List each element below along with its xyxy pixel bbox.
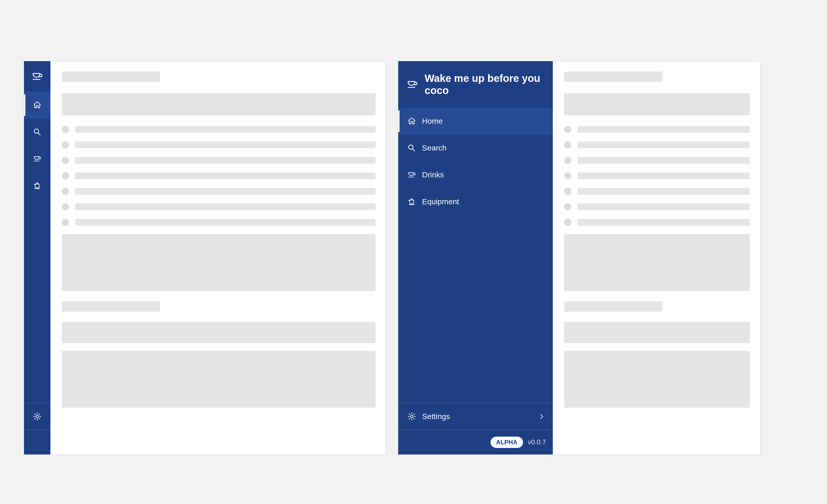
app-window-expanded: Wake me up before you coco Home Search [398, 61, 760, 455]
gear-icon [407, 412, 416, 421]
placeholder-block [62, 234, 376, 291]
sidebar-footer-spacer [24, 430, 50, 454]
content-area [553, 61, 760, 454]
search-icon [33, 127, 42, 136]
placeholder-block [564, 234, 750, 291]
placeholder-list-row [564, 188, 750, 195]
sidebar-item-label: Equipment [422, 197, 459, 206]
placeholder-band [564, 322, 750, 343]
placeholder-title [564, 301, 663, 312]
sidebar-item-label: Settings [422, 412, 538, 421]
placeholder-title [62, 301, 160, 312]
sidebar-footer: ALPHA v0.0.7 [398, 430, 553, 454]
chevron-right-icon [538, 413, 545, 420]
cup-icon [407, 170, 416, 179]
sidebar-item-equipment[interactable] [24, 172, 50, 199]
placeholder-list-row [564, 141, 750, 149]
placeholder-list-row [62, 126, 376, 133]
version-text: v0.0.7 [528, 438, 546, 446]
sidebar-item-equipment[interactable]: Equipment [398, 188, 553, 215]
placeholder-list-row [62, 141, 376, 149]
home-icon [33, 101, 42, 110]
placeholder-list-row [62, 157, 376, 164]
placeholder-band [62, 93, 376, 115]
sidebar-item-search[interactable] [24, 118, 50, 145]
content-area [50, 61, 386, 454]
gear-icon [33, 412, 42, 421]
sidebar-item-drinks[interactable]: Drinks [398, 161, 553, 188]
sidebar-item-settings[interactable] [24, 403, 50, 430]
sidebar-item-label: Home [422, 117, 443, 125]
sidebar-nav [24, 92, 50, 199]
app-logo [24, 61, 50, 92]
kettle-icon [407, 197, 416, 206]
placeholder-list-row [62, 172, 376, 179]
sidebar-item-drinks[interactable] [24, 145, 50, 172]
sidebar-nav: Home Search Drinks [398, 108, 553, 215]
placeholder-list-row [564, 157, 750, 164]
placeholder-band [62, 322, 376, 343]
placeholder-title [564, 71, 663, 82]
home-icon [407, 116, 416, 126]
placeholder-list-row [564, 126, 750, 133]
cup-icon [33, 154, 42, 163]
sidebar-collapsed [24, 61, 50, 454]
sidebar-item-home[interactable] [24, 92, 50, 118]
search-icon [407, 143, 416, 153]
placeholder-list-row [62, 188, 376, 195]
placeholder-list-row [564, 172, 750, 179]
app-header: Wake me up before you coco [398, 61, 553, 108]
sidebar-item-search[interactable]: Search [398, 134, 553, 161]
release-badge: ALPHA [490, 437, 523, 448]
cup-icon [30, 69, 45, 84]
sidebar-expanded: Wake me up before you coco Home Search [398, 61, 553, 454]
placeholder-list-row [62, 219, 376, 226]
placeholder-title [62, 71, 160, 82]
placeholder-list-row [62, 203, 376, 211]
placeholder-list-row [564, 219, 750, 226]
app-title: Wake me up before you coco [425, 72, 545, 97]
sidebar-item-label: Search [422, 144, 447, 152]
placeholder-block [62, 351, 376, 408]
placeholder-list-row [564, 203, 750, 211]
app-window-collapsed [24, 61, 386, 455]
kettle-icon [33, 181, 42, 190]
cup-icon [404, 77, 420, 92]
placeholder-block [564, 351, 750, 408]
sidebar-item-label: Drinks [422, 170, 444, 179]
sidebar-item-home[interactable]: Home [398, 108, 553, 134]
sidebar-item-settings[interactable]: Settings [398, 403, 553, 430]
placeholder-band [564, 93, 750, 115]
